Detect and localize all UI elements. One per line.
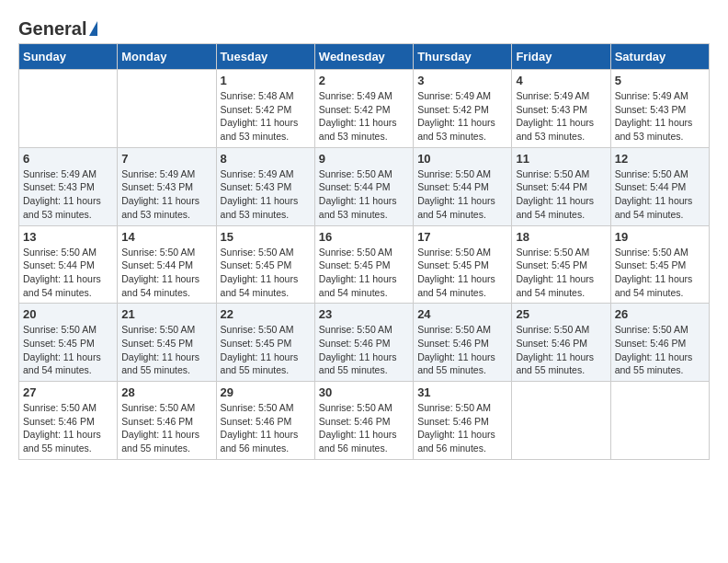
day-info: Sunrise: 5:50 AM Sunset: 5:44 PM Dayligh… xyxy=(23,246,113,300)
day-info: Sunrise: 5:49 AM Sunset: 5:43 PM Dayligh… xyxy=(121,167,211,222)
calendar-cell: 4Sunrise: 5:49 AM Sunset: 5:43 PM Daylig… xyxy=(512,70,610,148)
calendar-cell: 9Sunrise: 5:50 AM Sunset: 5:44 PM Daylig… xyxy=(314,147,413,225)
calendar-cell: 28Sunrise: 5:50 AM Sunset: 5:46 PM Dayli… xyxy=(118,382,216,460)
day-number: 2 xyxy=(319,74,409,87)
calendar-cell: 11Sunrise: 5:50 AM Sunset: 5:44 PM Dayli… xyxy=(512,147,610,225)
calendar-cell: 30Sunrise: 5:50 AM Sunset: 5:46 PM Dayli… xyxy=(314,382,413,460)
calendar-cell: 22Sunrise: 5:50 AM Sunset: 5:45 PM Dayli… xyxy=(216,304,314,382)
day-number: 16 xyxy=(319,230,409,244)
calendar-cell: 3Sunrise: 5:49 AM Sunset: 5:42 PM Daylig… xyxy=(414,70,512,148)
day-number: 31 xyxy=(417,385,507,399)
calendar-cell: 18Sunrise: 5:50 AM Sunset: 5:45 PM Dayli… xyxy=(512,225,610,304)
weekday-header-cell: Saturday xyxy=(610,44,709,70)
day-number: 5 xyxy=(615,74,705,87)
calendar-week-row: 13Sunrise: 5:50 AM Sunset: 5:44 PM Dayli… xyxy=(19,225,710,304)
day-number: 17 xyxy=(417,230,507,244)
day-number: 8 xyxy=(221,152,311,166)
day-info: Sunrise: 5:50 AM Sunset: 5:44 PM Dayligh… xyxy=(319,167,409,222)
day-number: 23 xyxy=(319,307,409,321)
day-info: Sunrise: 5:50 AM Sunset: 5:45 PM Dayligh… xyxy=(516,246,606,300)
day-info: Sunrise: 5:50 AM Sunset: 5:46 PM Dayligh… xyxy=(615,323,705,377)
logo-general-text: General xyxy=(18,18,86,40)
day-info: Sunrise: 5:50 AM Sunset: 5:44 PM Dayligh… xyxy=(121,246,211,300)
calendar-cell: 25Sunrise: 5:50 AM Sunset: 5:46 PM Dayli… xyxy=(512,304,610,382)
calendar-cell: 19Sunrise: 5:50 AM Sunset: 5:45 PM Dayli… xyxy=(610,225,709,304)
day-info: Sunrise: 5:50 AM Sunset: 5:46 PM Dayligh… xyxy=(417,401,507,455)
calendar-week-row: 27Sunrise: 5:50 AM Sunset: 5:46 PM Dayli… xyxy=(19,382,710,460)
calendar-cell: 6Sunrise: 5:49 AM Sunset: 5:43 PM Daylig… xyxy=(19,147,118,225)
calendar-cell xyxy=(610,382,709,460)
calendar-cell xyxy=(118,70,216,148)
day-number: 22 xyxy=(221,307,311,321)
day-number: 24 xyxy=(417,307,507,321)
weekday-header-cell: Sunday xyxy=(19,44,118,70)
calendar-cell: 24Sunrise: 5:50 AM Sunset: 5:46 PM Dayli… xyxy=(414,304,512,382)
calendar-week-row: 20Sunrise: 5:50 AM Sunset: 5:45 PM Dayli… xyxy=(19,304,710,382)
day-info: Sunrise: 5:50 AM Sunset: 5:45 PM Dayligh… xyxy=(121,323,211,377)
day-info: Sunrise: 5:50 AM Sunset: 5:45 PM Dayligh… xyxy=(23,323,113,377)
calendar-cell: 23Sunrise: 5:50 AM Sunset: 5:46 PM Dayli… xyxy=(314,304,413,382)
calendar-cell: 17Sunrise: 5:50 AM Sunset: 5:45 PM Dayli… xyxy=(414,225,512,304)
day-number: 15 xyxy=(221,230,311,244)
calendar-cell: 27Sunrise: 5:50 AM Sunset: 5:46 PM Dayli… xyxy=(19,382,118,460)
day-info: Sunrise: 5:50 AM Sunset: 5:45 PM Dayligh… xyxy=(615,246,705,300)
calendar-cell: 1Sunrise: 5:48 AM Sunset: 5:42 PM Daylig… xyxy=(216,70,314,148)
calendar-cell: 31Sunrise: 5:50 AM Sunset: 5:46 PM Dayli… xyxy=(414,382,512,460)
day-number: 14 xyxy=(121,230,211,244)
calendar-cell: 26Sunrise: 5:50 AM Sunset: 5:46 PM Dayli… xyxy=(610,304,709,382)
day-number: 11 xyxy=(516,152,606,166)
day-info: Sunrise: 5:49 AM Sunset: 5:43 PM Dayligh… xyxy=(516,89,606,144)
day-info: Sunrise: 5:50 AM Sunset: 5:44 PM Dayligh… xyxy=(516,167,606,222)
day-info: Sunrise: 5:49 AM Sunset: 5:43 PM Dayligh… xyxy=(23,167,113,222)
day-info: Sunrise: 5:50 AM Sunset: 5:46 PM Dayligh… xyxy=(121,401,211,455)
calendar-body: 1Sunrise: 5:48 AM Sunset: 5:42 PM Daylig… xyxy=(19,70,710,460)
weekday-header-cell: Monday xyxy=(118,44,216,70)
calendar-cell: 12Sunrise: 5:50 AM Sunset: 5:44 PM Dayli… xyxy=(610,147,709,225)
day-info: Sunrise: 5:50 AM Sunset: 5:46 PM Dayligh… xyxy=(319,323,409,377)
calendar-cell xyxy=(19,70,118,148)
day-number: 1 xyxy=(221,74,311,87)
calendar-header-row: SundayMondayTuesdayWednesdayThursdayFrid… xyxy=(19,44,710,70)
calendar-cell: 20Sunrise: 5:50 AM Sunset: 5:45 PM Dayli… xyxy=(19,304,118,382)
day-number: 21 xyxy=(121,307,211,321)
weekday-header-cell: Friday xyxy=(512,44,610,70)
calendar-cell: 16Sunrise: 5:50 AM Sunset: 5:45 PM Dayli… xyxy=(314,225,413,304)
calendar-cell: 14Sunrise: 5:50 AM Sunset: 5:44 PM Dayli… xyxy=(118,225,216,304)
day-number: 10 xyxy=(417,152,507,166)
day-info: Sunrise: 5:50 AM Sunset: 5:46 PM Dayligh… xyxy=(221,401,311,455)
header: General xyxy=(18,18,710,36)
weekday-header-cell: Tuesday xyxy=(216,44,314,70)
day-number: 12 xyxy=(615,152,705,166)
calendar-week-row: 6Sunrise: 5:49 AM Sunset: 5:43 PM Daylig… xyxy=(19,147,710,225)
day-number: 26 xyxy=(615,307,705,321)
day-info: Sunrise: 5:49 AM Sunset: 5:43 PM Dayligh… xyxy=(615,89,705,144)
day-number: 7 xyxy=(121,152,211,166)
day-number: 19 xyxy=(615,230,705,244)
weekday-header-cell: Thursday xyxy=(414,44,512,70)
logo-triangle-icon xyxy=(89,21,97,36)
calendar-cell xyxy=(512,382,610,460)
day-number: 27 xyxy=(23,385,113,399)
day-info: Sunrise: 5:49 AM Sunset: 5:42 PM Dayligh… xyxy=(417,89,507,144)
calendar-week-row: 1Sunrise: 5:48 AM Sunset: 5:42 PM Daylig… xyxy=(19,70,710,148)
day-number: 4 xyxy=(516,74,606,87)
calendar-cell: 10Sunrise: 5:50 AM Sunset: 5:44 PM Dayli… xyxy=(414,147,512,225)
calendar-cell: 21Sunrise: 5:50 AM Sunset: 5:45 PM Dayli… xyxy=(118,304,216,382)
day-number: 18 xyxy=(516,230,606,244)
calendar-cell: 15Sunrise: 5:50 AM Sunset: 5:45 PM Dayli… xyxy=(216,225,314,304)
day-number: 25 xyxy=(516,307,606,321)
weekday-header-cell: Wednesday xyxy=(314,44,413,70)
day-info: Sunrise: 5:50 AM Sunset: 5:45 PM Dayligh… xyxy=(221,323,311,377)
day-number: 28 xyxy=(121,385,211,399)
calendar-cell: 5Sunrise: 5:49 AM Sunset: 5:43 PM Daylig… xyxy=(610,70,709,148)
calendar-cell: 7Sunrise: 5:49 AM Sunset: 5:43 PM Daylig… xyxy=(118,147,216,225)
day-number: 9 xyxy=(319,152,409,166)
day-info: Sunrise: 5:50 AM Sunset: 5:46 PM Dayligh… xyxy=(516,323,606,377)
day-info: Sunrise: 5:50 AM Sunset: 5:46 PM Dayligh… xyxy=(417,323,507,377)
day-number: 20 xyxy=(23,307,113,321)
day-number: 13 xyxy=(23,230,113,244)
calendar-cell: 13Sunrise: 5:50 AM Sunset: 5:44 PM Dayli… xyxy=(19,225,118,304)
day-number: 30 xyxy=(319,385,409,399)
day-number: 6 xyxy=(23,152,113,166)
day-info: Sunrise: 5:49 AM Sunset: 5:42 PM Dayligh… xyxy=(319,89,409,144)
